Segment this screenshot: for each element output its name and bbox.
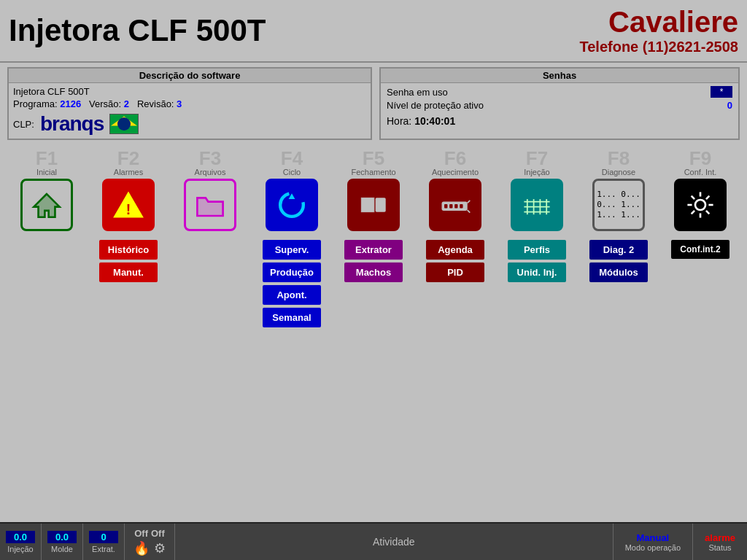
molde-cell: 0.0 Molde — [42, 524, 83, 560]
fkey-f6-label: F6 — [444, 149, 466, 168]
apont-button[interactable]: Apont. — [263, 285, 321, 305]
svg-line-14 — [468, 201, 471, 203]
fkey-col-f7: F7 Injeção — [503, 149, 572, 231]
clp-row: CLP: branqs — [13, 112, 366, 136]
extrat-value: 0 — [89, 531, 118, 543]
svg-line-29 — [706, 211, 709, 214]
fkey-col-f6: F6 Aquecimento — [421, 149, 490, 231]
statusbar: 0.0 Injeção 0.0 Molde 0 Extrat. Off Off … — [0, 522, 747, 560]
software-name: Injetora CLF 500T — [13, 86, 366, 97]
passwords-box: Senhas Senha em uso * Nível de proteção … — [379, 67, 740, 140]
activity-label: Atividade — [373, 536, 415, 548]
passwords-title: Senhas — [381, 69, 738, 83]
app-title: Injetora CLF 500T — [9, 13, 266, 48]
branqs-logo: branqs — [40, 112, 104, 136]
header: Injetora CLF 500T Cavaliere Telefone (11… — [0, 0, 747, 63]
confint2-button[interactable]: Conf.int.2 — [671, 240, 729, 259]
fkey-f2-sublabel: Alarmes — [114, 168, 143, 176]
sub-col-f3 — [176, 240, 245, 327]
fkey-f2-label: F2 — [117, 149, 139, 168]
flame-icon: 🔥 — [133, 540, 150, 556]
aquecimento-icon — [439, 189, 471, 221]
f8-button[interactable]: 1... 0...0... 1...1... 1... — [592, 179, 645, 231]
off-cell: Off Off 🔥 ⚙ — [125, 524, 175, 560]
fkey-col-f3: F3 Arquivos — [176, 149, 245, 231]
producao-button[interactable]: Produção — [263, 262, 321, 282]
nivel-row: Nível de proteção ativo 0 — [387, 100, 732, 111]
fkey-f9-sublabel: Conf. Int. — [684, 168, 717, 176]
semanal-button[interactable]: Semanal — [263, 308, 321, 327]
injecao-cell: 0.0 Injeção — [0, 524, 42, 560]
fkey-f6-sublabel: Aquecimento — [432, 168, 479, 176]
diagnose-icon: 1... 0...0... 1...1... 1... — [597, 190, 640, 221]
versao-value: 2 — [124, 98, 129, 109]
perfis-button[interactable]: Perfis — [508, 240, 566, 260]
hora-value: 10:40:01 — [414, 115, 455, 127]
house-icon — [31, 189, 63, 221]
f6-button[interactable] — [429, 179, 481, 231]
mode-cell: Manual Modo operação — [614, 524, 693, 560]
f3-button[interactable] — [184, 179, 236, 231]
f9-button[interactable] — [674, 179, 727, 231]
alarm-label: Status — [708, 543, 731, 552]
agenda-button[interactable]: Agenda — [426, 240, 484, 260]
software-box-title: Descrição do software — [9, 69, 371, 83]
modulos-button[interactable]: Módulos — [589, 262, 648, 282]
pid-button[interactable]: PID — [426, 262, 484, 282]
fkey-col-f5: F5 Fechamento — [339, 149, 409, 231]
svg-rect-11 — [449, 204, 452, 208]
sub-col-f5: Extrator Machos — [339, 240, 409, 327]
brazil-flag-icon — [109, 114, 139, 134]
f7-button[interactable] — [511, 179, 563, 231]
svg-line-15 — [468, 210, 471, 213]
diag2-button[interactable]: Diag. 2 — [589, 240, 648, 260]
off1-text: Off — [134, 528, 148, 539]
activity-cell: Atividade — [175, 524, 614, 560]
hora-row: Hora: 10:40:01 — [387, 115, 732, 127]
extrat-label: Extrat. — [92, 545, 115, 553]
manut-button[interactable]: Manut. — [99, 262, 158, 282]
molde-value: 0.0 — [47, 531, 77, 543]
passwords-content: Senha em uso * Nível de proteção ativo 0… — [381, 83, 738, 130]
senha-label: Senha em uso — [387, 87, 448, 98]
fkey-f1-sublabel: Inicial — [36, 168, 57, 176]
f1-button[interactable] — [20, 179, 73, 231]
svg-rect-10 — [444, 204, 447, 208]
extrator-button[interactable]: Extrator — [344, 240, 403, 260]
svg-line-28 — [692, 196, 694, 199]
off-icons: Off Off — [134, 528, 165, 539]
versao-label: Versão: — [89, 98, 121, 109]
fkey-f7-sublabel: Injeção — [524, 168, 549, 176]
clp-label: CLP: — [13, 119, 34, 130]
fkey-f5-label: F5 — [363, 149, 384, 168]
software-box-content: Injetora CLF 500T Programa: 2126 Versão:… — [9, 83, 371, 139]
superv-button[interactable]: Superv. — [263, 240, 321, 260]
injecao-value: 0.0 — [6, 531, 35, 543]
svg-line-30 — [706, 196, 709, 199]
fkey-col-f8: F8 Diagnose 1... 0...0... 1...1... 1... — [584, 149, 654, 231]
folder-icon — [194, 189, 226, 221]
subbtns-section: Histórico Manut. Superv. Produção Apont.… — [0, 237, 747, 330]
svg-line-31 — [692, 211, 694, 214]
machos-button[interactable]: Machos — [344, 262, 403, 282]
off2-text: Off — [151, 528, 165, 539]
f4-button[interactable] — [266, 179, 318, 231]
sub-col-f8: Diag. 2 Módulos — [584, 240, 654, 327]
f5-button[interactable] — [347, 179, 400, 231]
fkey-col-f9: F9 Conf. Int. — [666, 149, 735, 231]
sub-col-f2: Histórico Manut. — [94, 240, 163, 327]
fkeys-section: F1 Inicial F2 Alarmes ! F3 Arqu — [0, 144, 747, 237]
software-box: Descrição do software Injetora CLF 500T … — [7, 67, 372, 140]
f2-button[interactable]: ! — [102, 179, 155, 231]
nivel-value: 0 — [727, 100, 732, 111]
sub-col-f7: Perfis Unid. Inj. — [503, 240, 572, 327]
historico-button[interactable]: Histórico — [99, 240, 158, 260]
sub-col-f6: Agenda PID — [421, 240, 490, 327]
fkey-f8-label: F8 — [608, 149, 630, 168]
mode-label: Modo operação — [625, 543, 681, 552]
extrat-cell: 0 Extrat. — [83, 524, 125, 560]
unid-inj-button[interactable]: Unid. Inj. — [508, 262, 566, 282]
injecao-icon — [521, 189, 553, 221]
fkey-f8-sublabel: Diagnose — [602, 168, 635, 176]
software-versions: Programa: 2126 Versão: 2 Revisão: 3 — [13, 98, 366, 109]
